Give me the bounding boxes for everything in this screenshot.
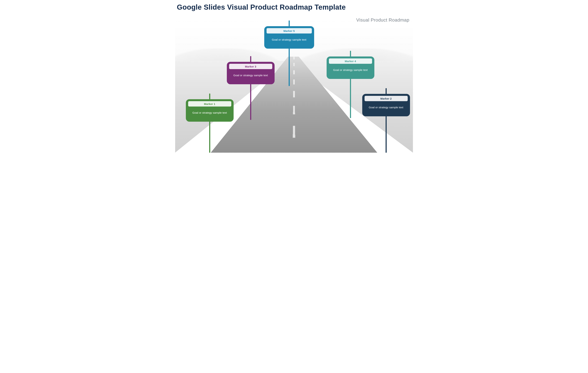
marker-2-board: Marker 2 Goal or strategy sample text bbox=[362, 94, 410, 116]
page-title: Google Slides Visual Product Roadmap Tem… bbox=[177, 3, 346, 11]
marker-5[interactable]: Marker 5 Goal or strategy sample text bbox=[264, 26, 314, 49]
sign-post-top-icon bbox=[386, 88, 387, 94]
sign-post-bottom-icon bbox=[209, 122, 210, 153]
sign-post-bottom-icon bbox=[350, 79, 351, 118]
sign-post-top-icon bbox=[350, 51, 351, 56]
marker-5-body: Goal or strategy sample text bbox=[265, 33, 313, 46]
marker-4-body: Goal or strategy sample text bbox=[327, 64, 373, 76]
marker-5-board: Marker 5 Goal or strategy sample text bbox=[264, 26, 314, 49]
marker-1[interactable]: Marker 1 Goal or strategy sample text bbox=[186, 99, 234, 122]
marker-4[interactable]: Marker 4 Goal or strategy sample text bbox=[327, 56, 374, 79]
marker-4-board: Marker 4 Goal or strategy sample text bbox=[327, 56, 374, 79]
marker-3[interactable]: Marker 3 Goal or strategy sample text bbox=[227, 62, 274, 84]
marker-2[interactable]: Marker 2 Goal or strategy sample text bbox=[362, 94, 410, 116]
sign-post-top-icon bbox=[209, 93, 210, 99]
sign-post-top-icon bbox=[250, 56, 251, 62]
marker-3-label: Marker 3 bbox=[229, 64, 272, 69]
roadmap-canvas: Visual Product Roadmap Marker 5 Goal or … bbox=[175, 15, 413, 153]
subtitle: Visual Product Roadmap bbox=[356, 17, 409, 23]
marker-2-label: Marker 2 bbox=[365, 96, 408, 101]
marker-2-body: Goal or strategy sample text bbox=[363, 101, 409, 114]
slide: Google Slides Visual Product Roadmap Tem… bbox=[172, 0, 417, 155]
marker-1-board: Marker 1 Goal or strategy sample text bbox=[186, 99, 234, 122]
marker-3-board: Marker 3 Goal or strategy sample text bbox=[227, 62, 274, 84]
sign-post-bottom-icon bbox=[289, 49, 290, 86]
sign-post-bottom-icon bbox=[386, 116, 387, 153]
marker-1-label: Marker 1 bbox=[188, 101, 231, 106]
marker-4-label: Marker 4 bbox=[329, 58, 372, 64]
marker-3-body: Goal or strategy sample text bbox=[228, 69, 274, 82]
sign-post-top-icon bbox=[289, 21, 290, 26]
marker-5-label: Marker 5 bbox=[267, 28, 312, 33]
sign-post-bottom-icon bbox=[250, 84, 251, 120]
marker-1-body: Goal or strategy sample text bbox=[187, 106, 233, 119]
